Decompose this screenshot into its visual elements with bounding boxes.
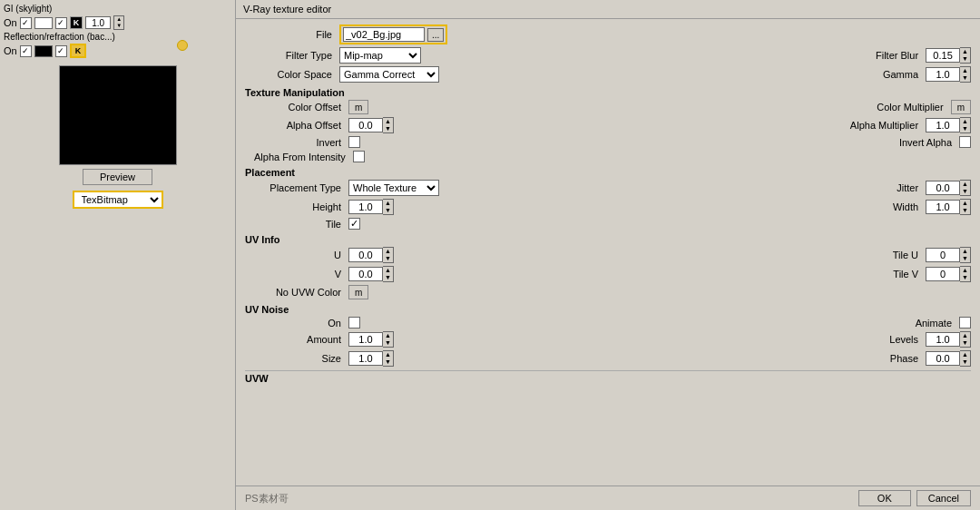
tile-label: Tile bbox=[254, 219, 345, 230]
gi-label: GI (skylight) bbox=[4, 4, 52, 14]
amount-arrows[interactable]: ▲▼ bbox=[383, 331, 394, 348]
uv-on-row: On Animate bbox=[254, 317, 971, 329]
preview-button[interactable]: Preview bbox=[83, 169, 152, 185]
refl-controls: On K bbox=[4, 44, 231, 58]
v-label: V bbox=[254, 269, 345, 280]
refl-color-swatch[interactable] bbox=[34, 45, 53, 57]
file-input[interactable] bbox=[343, 27, 425, 42]
alpha-from-label: Alpha From Intensity bbox=[254, 152, 349, 162]
texbitmap-select[interactable]: TexBitmap bbox=[73, 191, 163, 209]
alpha-multiplier-arrows[interactable]: ▲▼ bbox=[960, 117, 971, 133]
filter-blur-label: Filter Blur bbox=[849, 50, 922, 61]
filter-blur-spin: ▲▼ bbox=[926, 47, 971, 64]
gi-value-input[interactable] bbox=[85, 16, 111, 29]
size-spin: ▲▼ bbox=[348, 350, 394, 367]
no-uvw-m-btn[interactable]: m bbox=[348, 285, 368, 299]
gi-enable-checkbox[interactable] bbox=[55, 17, 67, 29]
filter-type-label: Filter Type bbox=[245, 50, 336, 61]
size-label: Size bbox=[254, 353, 345, 364]
uv-on-checkbox[interactable] bbox=[348, 317, 360, 329]
v-spin: ▲▼ bbox=[348, 266, 394, 282]
tile-checkbox[interactable]: ✓ bbox=[348, 218, 360, 230]
preview-image bbox=[59, 65, 177, 165]
size-input[interactable] bbox=[348, 351, 383, 366]
alpha-offset-spin: ▲▼ bbox=[348, 117, 394, 133]
invert-checkbox[interactable] bbox=[348, 136, 360, 148]
color-multiplier-m-btn[interactable]: m bbox=[951, 100, 971, 114]
invert-alpha-checkbox[interactable] bbox=[959, 136, 971, 148]
height-arrows[interactable]: ▲▼ bbox=[383, 199, 394, 215]
refl-on-checkbox[interactable] bbox=[20, 45, 32, 57]
alpha-offset-label: Alpha Offset bbox=[254, 120, 345, 131]
tile-v-arrows[interactable]: ▲▼ bbox=[960, 266, 971, 282]
connector-dot bbox=[177, 40, 188, 51]
cancel-button[interactable]: Cancel bbox=[916, 490, 971, 506]
size-arrows[interactable]: ▲▼ bbox=[383, 350, 394, 367]
file-row: File ... bbox=[245, 25, 971, 44]
alpha-from-checkbox[interactable] bbox=[353, 151, 365, 162]
uvw-section: UVW bbox=[245, 370, 971, 384]
gi-on-checkbox[interactable] bbox=[20, 17, 32, 29]
width-input[interactable] bbox=[926, 200, 960, 214]
width-arrows[interactable]: ▲▼ bbox=[960, 199, 971, 215]
gi-color-swatch[interactable] bbox=[34, 17, 53, 29]
color-offset-m-btn[interactable]: m bbox=[348, 100, 368, 114]
invert-alpha-label: Invert Alpha bbox=[883, 137, 956, 148]
animate-checkbox[interactable] bbox=[959, 317, 971, 329]
filter-type-select[interactable]: Mip-map bbox=[339, 47, 421, 64]
u-label: U bbox=[254, 250, 345, 260]
color-offset-row: Color Offset m Color Multiplier m bbox=[254, 100, 971, 114]
color-space-row: Color Space Gamma Correct Gamma ▲▼ bbox=[245, 66, 971, 83]
height-input[interactable] bbox=[348, 200, 383, 214]
tile-u-arrows[interactable]: ▲▼ bbox=[960, 247, 971, 263]
color-multiplier-label: Color Multiplier bbox=[875, 102, 947, 113]
alpha-offset-input[interactable] bbox=[348, 118, 383, 132]
gamma-spin: ▲▼ bbox=[926, 66, 971, 83]
gamma-arrows[interactable]: ▲▼ bbox=[960, 66, 971, 83]
phase-arrows[interactable]: ▲▼ bbox=[960, 350, 971, 367]
right-panel: V-Ray texture editor File ... Filter Typ… bbox=[236, 0, 980, 510]
alpha-multiplier-label: Alpha Multiplier bbox=[849, 120, 922, 131]
tile-u-input[interactable] bbox=[926, 248, 960, 262]
alpha-multiplier-input[interactable] bbox=[926, 118, 960, 132]
alpha-offset-arrows[interactable]: ▲▼ bbox=[383, 117, 394, 133]
tile-v-input[interactable] bbox=[926, 267, 960, 281]
gamma-input[interactable] bbox=[926, 67, 960, 82]
tile-row: Tile ✓ bbox=[254, 218, 971, 230]
refl-label: Reflection/refraction (bac...) bbox=[4, 32, 115, 42]
gi-spin[interactable]: ▲▼ bbox=[113, 15, 124, 30]
browse-button[interactable]: ... bbox=[427, 28, 444, 42]
placement-header: Placement bbox=[245, 167, 971, 178]
size-row: Size ▲▼ Phase ▲▼ bbox=[254, 350, 971, 367]
jitter-arrows[interactable]: ▲▼ bbox=[960, 180, 971, 196]
tile-v-spin: ▲▼ bbox=[926, 266, 971, 282]
v-input[interactable] bbox=[348, 267, 383, 281]
gi-controls: On K ▲▼ bbox=[4, 15, 231, 30]
levels-input[interactable] bbox=[926, 332, 960, 347]
filter-blur-arrows[interactable]: ▲▼ bbox=[960, 47, 971, 64]
u-input[interactable] bbox=[348, 248, 383, 262]
levels-spin: ▲▼ bbox=[926, 331, 971, 348]
refl-k-button[interactable]: K bbox=[70, 44, 87, 58]
filter-blur-input[interactable] bbox=[926, 48, 960, 63]
refl-enable-checkbox[interactable] bbox=[55, 45, 67, 57]
color-space-select[interactable]: Gamma Correct bbox=[339, 66, 439, 83]
phase-input[interactable] bbox=[926, 351, 960, 366]
amount-input[interactable] bbox=[348, 332, 383, 347]
tile-u-label: Tile U bbox=[849, 250, 922, 260]
invert-row: Invert Invert Alpha bbox=[254, 136, 971, 148]
tile-u-spin: ▲▼ bbox=[926, 247, 971, 263]
levels-arrows[interactable]: ▲▼ bbox=[960, 331, 971, 348]
placement-type-select[interactable]: Whole Texture bbox=[348, 180, 439, 196]
gi-k-button[interactable]: K bbox=[70, 16, 83, 29]
v-arrows[interactable]: ▲▼ bbox=[383, 266, 394, 282]
jitter-input[interactable] bbox=[926, 181, 960, 195]
uv-info-header: UV Info bbox=[245, 234, 971, 245]
width-spin: ▲▼ bbox=[926, 199, 971, 215]
phase-spin: ▲▼ bbox=[926, 350, 971, 367]
ok-button[interactable]: OK bbox=[858, 490, 911, 506]
v-row: V ▲▼ Tile V ▲▼ bbox=[254, 266, 971, 282]
u-arrows[interactable]: ▲▼ bbox=[383, 247, 394, 263]
color-offset-label: Color Offset bbox=[254, 102, 345, 113]
jitter-spin: ▲▼ bbox=[926, 180, 971, 196]
